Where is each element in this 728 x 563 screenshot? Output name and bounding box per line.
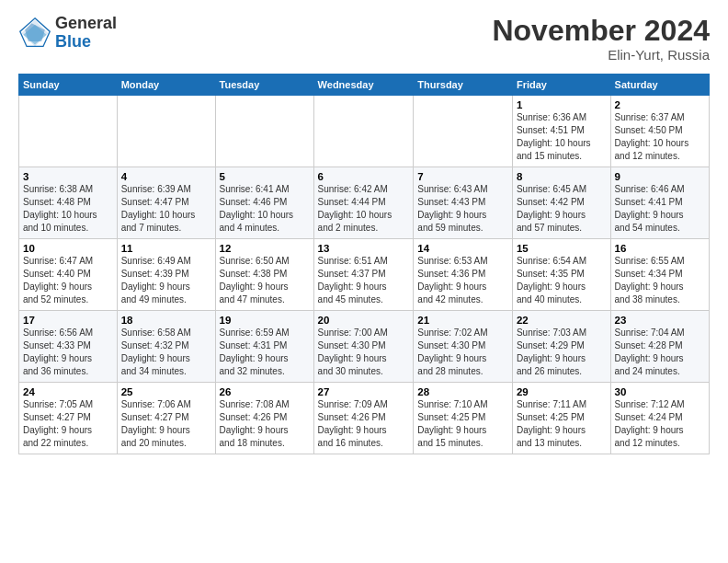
logo-icon [18, 17, 51, 50]
calendar-cell [117, 96, 215, 167]
day-number: 1 [517, 99, 607, 110]
calendar-cell: 15Sunrise: 6:54 AM Sunset: 4:35 PM Dayli… [512, 239, 610, 311]
day-number: 13 [318, 243, 410, 254]
calendar-cell: 28Sunrise: 7:10 AM Sunset: 4:25 PM Dayli… [414, 383, 513, 454]
day-info: Sunrise: 6:42 AM Sunset: 4:44 PM Dayligh… [318, 183, 410, 235]
day-number: 22 [517, 315, 607, 326]
calendar-cell [19, 96, 118, 167]
day-number: 6 [318, 171, 410, 182]
calendar-cell: 2Sunrise: 6:37 AM Sunset: 4:50 PM Daylig… [610, 96, 709, 167]
calendar-cell: 24Sunrise: 7:05 AM Sunset: 4:27 PM Dayli… [19, 383, 118, 454]
day-info: Sunrise: 6:56 AM Sunset: 4:33 PM Dayligh… [23, 327, 113, 378]
day-info: Sunrise: 7:11 AM Sunset: 4:25 PM Dayligh… [517, 398, 607, 450]
col-tuesday: Tuesday [215, 75, 313, 96]
calendar-week-1: 1Sunrise: 6:36 AM Sunset: 4:51 PM Daylig… [19, 96, 710, 167]
calendar-header: Sunday Monday Tuesday Wednesday Thursday… [19, 75, 710, 96]
day-info: Sunrise: 6:55 AM Sunset: 4:34 PM Dayligh… [615, 255, 705, 306]
calendar-cell: 10Sunrise: 6:47 AM Sunset: 4:40 PM Dayli… [19, 239, 118, 311]
logo-blue: Blue [55, 33, 117, 52]
day-number: 16 [615, 243, 705, 254]
day-info: Sunrise: 7:05 AM Sunset: 4:27 PM Dayligh… [23, 398, 113, 450]
day-number: 24 [23, 386, 113, 397]
calendar-cell: 21Sunrise: 7:02 AM Sunset: 4:30 PM Dayli… [414, 311, 513, 383]
day-info: Sunrise: 6:39 AM Sunset: 4:47 PM Dayligh… [121, 183, 211, 235]
day-number: 10 [23, 243, 113, 254]
day-number: 18 [121, 315, 211, 326]
day-number: 2 [615, 99, 705, 110]
day-number: 4 [121, 171, 211, 182]
day-number: 26 [220, 386, 310, 397]
title-block: November 2024 Elin-Yurt, Russia [492, 15, 710, 63]
calendar-week-2: 3Sunrise: 6:38 AM Sunset: 4:48 PM Daylig… [19, 167, 710, 239]
calendar-cell: 8Sunrise: 6:45 AM Sunset: 4:42 PM Daylig… [512, 167, 610, 239]
calendar-cell: 19Sunrise: 6:59 AM Sunset: 4:31 PM Dayli… [215, 311, 313, 383]
logo-text: General Blue [55, 15, 117, 52]
day-info: Sunrise: 7:08 AM Sunset: 4:26 PM Dayligh… [220, 398, 310, 450]
calendar-week-5: 24Sunrise: 7:05 AM Sunset: 4:27 PM Dayli… [19, 383, 710, 454]
day-info: Sunrise: 7:03 AM Sunset: 4:29 PM Dayligh… [517, 327, 607, 378]
day-number: 19 [220, 315, 310, 326]
calendar-cell: 11Sunrise: 6:49 AM Sunset: 4:39 PM Dayli… [117, 239, 215, 311]
location: Elin-Yurt, Russia [492, 47, 710, 63]
header: General Blue November 2024 Elin-Yurt, Ru… [18, 15, 710, 63]
day-info: Sunrise: 6:53 AM Sunset: 4:36 PM Dayligh… [417, 255, 508, 306]
day-number: 29 [517, 386, 607, 397]
calendar-cell: 20Sunrise: 7:00 AM Sunset: 4:30 PM Dayli… [313, 311, 414, 383]
day-number: 25 [121, 386, 211, 397]
calendar-cell: 14Sunrise: 6:53 AM Sunset: 4:36 PM Dayli… [414, 239, 513, 311]
day-number: 14 [417, 243, 508, 254]
day-info: Sunrise: 6:54 AM Sunset: 4:35 PM Dayligh… [517, 255, 607, 306]
day-info: Sunrise: 6:45 AM Sunset: 4:42 PM Dayligh… [517, 183, 607, 235]
calendar-cell: 16Sunrise: 6:55 AM Sunset: 4:34 PM Dayli… [610, 239, 709, 311]
day-info: Sunrise: 6:59 AM Sunset: 4:31 PM Dayligh… [220, 327, 310, 378]
day-number: 3 [23, 171, 113, 182]
day-number: 7 [417, 171, 508, 182]
svg-marker-3 [23, 25, 46, 45]
day-info: Sunrise: 6:43 AM Sunset: 4:43 PM Dayligh… [417, 183, 508, 235]
day-info: Sunrise: 6:50 AM Sunset: 4:38 PM Dayligh… [220, 255, 310, 306]
day-info: Sunrise: 6:37 AM Sunset: 4:50 PM Dayligh… [615, 111, 705, 163]
day-number: 21 [417, 315, 508, 326]
day-number: 30 [615, 386, 705, 397]
month-title: November 2024 [492, 15, 710, 47]
day-number: 12 [220, 243, 310, 254]
day-info: Sunrise: 7:12 AM Sunset: 4:24 PM Dayligh… [615, 398, 705, 450]
day-info: Sunrise: 7:06 AM Sunset: 4:27 PM Dayligh… [121, 398, 211, 450]
page: General Blue November 2024 Elin-Yurt, Ru… [0, 0, 728, 464]
day-info: Sunrise: 6:36 AM Sunset: 4:51 PM Dayligh… [517, 111, 607, 163]
day-info: Sunrise: 7:02 AM Sunset: 4:30 PM Dayligh… [417, 327, 508, 378]
calendar-cell: 27Sunrise: 7:09 AM Sunset: 4:26 PM Dayli… [313, 383, 414, 454]
day-number: 23 [615, 315, 705, 326]
calendar-cell: 29Sunrise: 7:11 AM Sunset: 4:25 PM Dayli… [512, 383, 610, 454]
day-info: Sunrise: 6:46 AM Sunset: 4:41 PM Dayligh… [615, 183, 705, 235]
day-number: 27 [318, 386, 410, 397]
calendar-cell: 3Sunrise: 6:38 AM Sunset: 4:48 PM Daylig… [19, 167, 118, 239]
col-saturday: Saturday [610, 75, 709, 96]
calendar-cell [313, 96, 414, 167]
header-row: Sunday Monday Tuesday Wednesday Thursday… [19, 75, 710, 96]
day-number: 8 [517, 171, 607, 182]
day-info: Sunrise: 6:51 AM Sunset: 4:37 PM Dayligh… [318, 255, 410, 306]
col-wednesday: Wednesday [313, 75, 414, 96]
calendar-cell: 5Sunrise: 6:41 AM Sunset: 4:46 PM Daylig… [215, 167, 313, 239]
calendar-cell: 25Sunrise: 7:06 AM Sunset: 4:27 PM Dayli… [117, 383, 215, 454]
logo-general: General [55, 15, 117, 33]
day-number: 5 [220, 171, 310, 182]
day-number: 9 [615, 171, 705, 182]
calendar-cell: 17Sunrise: 6:56 AM Sunset: 4:33 PM Dayli… [19, 311, 118, 383]
day-number: 15 [517, 243, 607, 254]
calendar-week-3: 10Sunrise: 6:47 AM Sunset: 4:40 PM Dayli… [19, 239, 710, 311]
calendar-cell: 23Sunrise: 7:04 AM Sunset: 4:28 PM Dayli… [610, 311, 709, 383]
calendar-body: 1Sunrise: 6:36 AM Sunset: 4:51 PM Daylig… [19, 96, 710, 454]
day-number: 11 [121, 243, 211, 254]
col-friday: Friday [512, 75, 610, 96]
calendar-cell: 7Sunrise: 6:43 AM Sunset: 4:43 PM Daylig… [414, 167, 513, 239]
day-info: Sunrise: 6:38 AM Sunset: 4:48 PM Dayligh… [23, 183, 113, 235]
day-number: 20 [318, 315, 410, 326]
day-info: Sunrise: 7:00 AM Sunset: 4:30 PM Dayligh… [318, 327, 410, 378]
day-info: Sunrise: 6:41 AM Sunset: 4:46 PM Dayligh… [220, 183, 310, 235]
day-info: Sunrise: 6:49 AM Sunset: 4:39 PM Dayligh… [121, 255, 211, 306]
calendar-cell [215, 96, 313, 167]
calendar-cell: 12Sunrise: 6:50 AM Sunset: 4:38 PM Dayli… [215, 239, 313, 311]
day-info: Sunrise: 6:47 AM Sunset: 4:40 PM Dayligh… [23, 255, 113, 306]
